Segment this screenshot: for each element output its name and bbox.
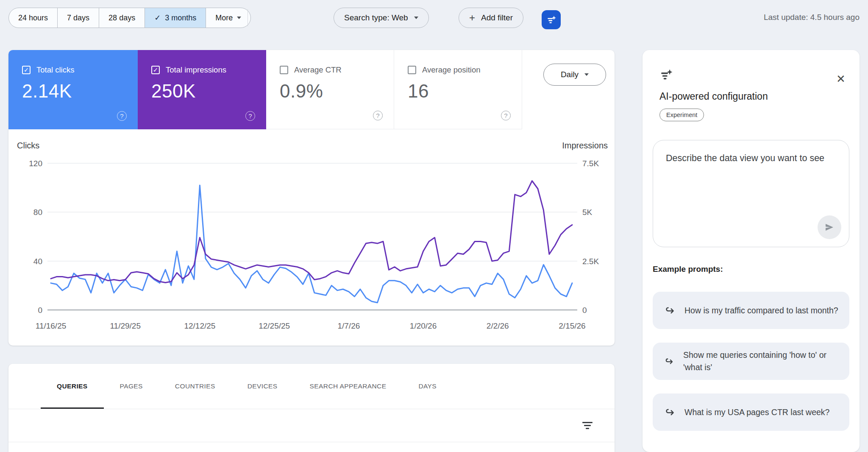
right-axis-tick: 5K [582, 208, 593, 217]
tab-devices[interactable]: DEVICES [231, 364, 294, 409]
right-axis-tick: 7.5K [582, 159, 599, 168]
dimension-tabs: QUERIES PAGES COUNTRIES DEVICES SEARCH A… [8, 364, 615, 409]
example-prompt-3[interactable]: What is my USA pages CTR last week? [653, 393, 849, 431]
range-label: 3 months [165, 14, 196, 22]
ai-filter-toggle-button[interactable] [542, 10, 561, 29]
search-console-performance-page: 24 hours 7 days 28 days ✓ 3 months More … [0, 0, 868, 452]
left-axis-tick: 40 [33, 257, 42, 266]
ai-configuration-panel: ✕ AI-powered configuration Experiment Ex… [643, 50, 860, 452]
x-axis-tick: 11/29/25 [110, 321, 141, 330]
send-icon [824, 222, 835, 232]
x-axis-tick: 1/20/26 [410, 321, 437, 330]
tab-pages[interactable]: PAGES [104, 364, 159, 409]
tab-label: DAYS [418, 382, 437, 390]
tab-label: COUNTRIES [175, 382, 215, 390]
last-update-text: Last update: 4.5 hours ago [764, 13, 860, 22]
add-filter-button[interactable]: + Add filter [459, 8, 523, 28]
x-axis-tick: 2/2/26 [487, 321, 509, 330]
prompt-arrow-icon [664, 407, 675, 418]
close-icon[interactable]: ✕ [834, 72, 848, 86]
experiment-badge: Experiment [659, 109, 704, 121]
check-icon: ✓ [154, 13, 161, 22]
granularity-dropdown[interactable]: Daily [543, 64, 606, 86]
x-axis-tick: 11/16/25 [36, 321, 67, 330]
x-axis-tick: 1/7/26 [337, 321, 360, 330]
send-button[interactable] [818, 215, 841, 239]
dimensions-table-card: QUERIES PAGES COUNTRIES DEVICES SEARCH A… [8, 364, 615, 452]
example-prompt-1[interactable]: How is my traffic compared to last month… [653, 292, 849, 329]
range-label: 24 hours [18, 14, 48, 22]
ai-prompt-input-container [653, 140, 849, 247]
tab-label: QUERIES [57, 382, 88, 390]
granularity-value: Daily [561, 70, 579, 79]
right-axis-title: Impressions [562, 141, 608, 150]
prompt-text: How is my traffic compared to last month… [684, 304, 838, 317]
search-type-dropdown[interactable]: Search type: Web [334, 8, 429, 28]
tab-days[interactable]: DAYS [402, 364, 453, 409]
tab-queries[interactable]: QUERIES [41, 364, 104, 409]
traffic-chart[interactable]: 1207.5K805K402.5K00ClicksImpressions11/1… [8, 50, 615, 346]
tab-label: PAGES [120, 382, 143, 390]
performance-card: 1207.5K805K402.5K00ClicksImpressions11/1… [8, 50, 615, 346]
x-axis-tick: 2/15/26 [559, 321, 585, 330]
impressions-line [51, 181, 572, 283]
example-prompt-2[interactable]: Show me queries containing 'how to' or '… [653, 343, 849, 380]
range-3-months[interactable]: ✓ 3 months [145, 8, 206, 28]
chevron-down-icon [414, 17, 418, 19]
tab-label: SEARCH APPEARANCE [310, 382, 387, 390]
range-label: 28 days [108, 14, 135, 22]
ai-prompt-input[interactable] [666, 151, 828, 228]
table-filter-icon[interactable] [582, 422, 593, 429]
right-axis-tick: 0 [582, 306, 587, 315]
ai-filter-icon [659, 68, 674, 84]
range-label: 7 days [67, 14, 89, 22]
left-axis-title: Clicks [17, 141, 39, 150]
tab-search-appearance[interactable]: SEARCH APPEARANCE [294, 364, 403, 409]
left-axis-tick: 0 [38, 306, 42, 315]
plus-icon: + [469, 13, 475, 23]
search-type-label: Search type: Web [344, 13, 408, 22]
date-range-selector: 24 hours 7 days 28 days ✓ 3 months More [8, 8, 251, 28]
range-28-days[interactable]: 28 days [99, 8, 145, 28]
example-prompts-header: Example prompts: [653, 265, 723, 274]
range-more-dropdown[interactable]: More [206, 8, 250, 28]
toolbar-divider [248, 9, 248, 26]
clicks-line [51, 185, 572, 303]
add-filter-label: Add filter [481, 13, 513, 22]
table-toolbar [8, 409, 615, 442]
ai-filter-icon [546, 14, 557, 25]
prompt-text: What is my USA pages CTR last week? [684, 406, 829, 419]
more-label: More [215, 14, 233, 22]
left-axis-tick: 80 [33, 208, 42, 217]
range-24-hours[interactable]: 24 hours [9, 8, 58, 28]
prompt-text: Show me queries containing 'how to' or '… [683, 349, 838, 374]
left-axis-tick: 120 [29, 159, 42, 168]
prompt-arrow-icon [664, 305, 675, 316]
range-7-days[interactable]: 7 days [58, 8, 99, 28]
x-axis-tick: 12/12/25 [184, 321, 215, 330]
ai-panel-title: AI-powered configuration [659, 91, 768, 102]
chevron-down-icon [584, 73, 589, 76]
tab-countries[interactable]: COUNTRIES [159, 364, 231, 409]
x-axis-tick: 12/25/25 [259, 321, 290, 330]
tab-label: DEVICES [248, 382, 278, 390]
right-axis-tick: 2.5K [582, 257, 599, 266]
prompt-arrow-icon [664, 356, 674, 367]
chevron-down-icon [237, 17, 241, 19]
